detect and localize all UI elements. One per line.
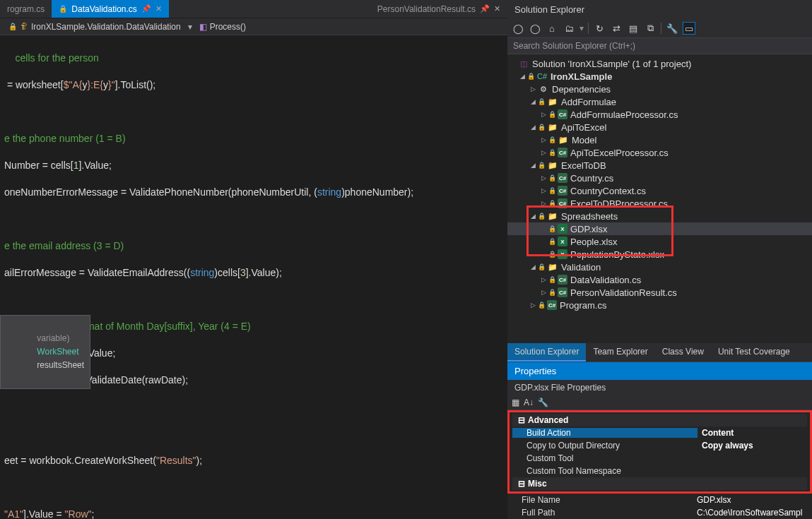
solution-explorer-search[interactable]: Search Solution Explorer (Ctrl+;) (507, 38, 812, 54)
tab-unit-test-coverage[interactable]: Unit Test Coverage (711, 343, 797, 362)
properties-title: Properties (507, 362, 812, 380)
chevron-right-icon[interactable]: ▷ (539, 174, 548, 181)
tree-folder-validation[interactable]: ◢🔒📁Validation (507, 261, 812, 273)
collapse-icon[interactable]: ⇄ (610, 22, 623, 35)
tab-class-view[interactable]: Class View (655, 343, 711, 362)
tab-program-cs[interactable]: rogram.cs (0, 0, 52, 18)
pin-icon[interactable]: 📌 (480, 4, 490, 13)
folder-icon: 📁 (547, 261, 558, 273)
chevron-right-icon[interactable]: ▷ (539, 276, 548, 283)
tree-folder-exceltodb[interactable]: ◢🔒📁ExcelToDB (507, 159, 812, 172)
prop-category-advanced[interactable]: ⊟Advanced (512, 414, 807, 426)
wrench-icon[interactable]: 🔧 (538, 398, 548, 407)
tree-folder-addformulae[interactable]: ◢🔒📁AddFormulae (507, 95, 812, 108)
prop-custom-tool[interactable]: Custom Tool (512, 452, 807, 465)
breadcrumb-bar: 🔒 🕏 IronXLSample.Validation.DataValidati… (0, 18, 507, 35)
tree-dependencies[interactable]: ▷⚙Dependencies (507, 83, 812, 95)
forward-icon[interactable]: ◯ (529, 22, 541, 35)
code-editor[interactable]: cells for the person = worksheet[$"A{y}:… (0, 35, 507, 519)
folder-icon: 📁 (547, 96, 558, 107)
tree-folder-apitoexcel[interactable]: ◢🔒📁ApiToExcel (507, 121, 812, 133)
chevron-down-icon[interactable]: ◢ (529, 98, 538, 105)
tree-file[interactable]: ▷🔒C#DataValidation.cs (507, 273, 812, 286)
tree-folder-spreadsheets[interactable]: ◢🔒📁Spreadsheets (507, 210, 812, 222)
chevron-right-icon[interactable]: ▷ (539, 136, 548, 143)
collapse-icon[interactable]: ⊟ (518, 415, 525, 425)
back-icon[interactable]: ◯ (512, 22, 524, 35)
lock-icon: 🔒 (8, 23, 17, 30)
highlight-box-properties: ⊟Advanced Build ActionContent Copy to Ou… (507, 410, 812, 494)
chevron-right-icon[interactable]: ▷ (539, 111, 548, 118)
chevron-right-icon[interactable]: ▷ (539, 149, 548, 156)
close-icon[interactable]: ✕ (155, 4, 162, 13)
xlsx-icon (558, 249, 567, 259)
properties-grid: ⊟Advanced Build ActionContent Copy to Ou… (507, 410, 812, 519)
solution-icon: ◫ (518, 58, 529, 69)
tree-file-population[interactable]: 🔒PopulationByState.xlsx (507, 248, 812, 261)
intellisense-tooltip: variable) WorkSheet resultsSheet (0, 315, 90, 389)
sync-icon[interactable]: 🗂 (563, 22, 575, 35)
copy-icon[interactable]: ⧉ (644, 22, 657, 35)
folder-icon: 📁 (547, 160, 558, 171)
chevron-down-icon[interactable]: ◢ (518, 73, 527, 80)
chevron-down-icon[interactable]: ◢ (529, 162, 538, 169)
xlsx-icon (558, 237, 567, 246)
tab-team-explorer[interactable]: Team Explorer (586, 343, 654, 362)
solution-explorer-title: Solution Explorer (507, 0, 812, 19)
csproj-icon: C# (536, 71, 548, 82)
cs-icon: C# (558, 287, 567, 297)
tab-datavalidation-cs[interactable]: 🔒 DataValidation.cs 📌 ✕ (52, 0, 169, 18)
tree-solution[interactable]: ◫Solution 'IronXLSample' (1 of 1 project… (507, 57, 812, 70)
prop-custom-tool-ns[interactable]: Custom Tool Namespace (512, 465, 807, 477)
tree-file[interactable]: ▷🔒C#Country.cs (507, 172, 812, 184)
chevron-down-icon[interactable]: ◢ (529, 124, 538, 131)
preview-icon[interactable]: ▭ (683, 22, 695, 35)
prop-full-path[interactable]: Full PathC:\Code\IronSoftwareSampl (507, 506, 812, 519)
prop-build-action[interactable]: Build ActionContent (512, 426, 807, 439)
prop-copy-output[interactable]: Copy to Output DirectoryCopy always (512, 439, 807, 452)
tree-file-gdp[interactable]: 🔒GDP.xlsx (507, 222, 812, 235)
lock-icon: 🔒 (527, 73, 535, 80)
categorized-icon[interactable]: ▦ (512, 398, 519, 407)
solution-explorer-toolbar: ◯ ◯ ⌂ 🗂 ▾ ↻ ⇄ ▤ ⧉ 🔧 ▭ (507, 19, 812, 38)
solution-tree[interactable]: ◫Solution 'IronXLSample' (1 of 1 project… (507, 54, 812, 343)
chevron-right-icon[interactable]: ▷ (539, 187, 548, 194)
tree-folder-model[interactable]: ▷🔒📁Model (507, 133, 812, 146)
tab-solution-explorer[interactable]: Solution Explorer (507, 343, 586, 362)
chevron-right-icon[interactable]: ▷ (529, 302, 538, 309)
tree-project[interactable]: ◢🔒C#IronXLSample (507, 70, 812, 83)
breadcrumb-namespace[interactable]: 🔒 🕏 IronXLSample.Validation.DataValidati… (4, 20, 185, 33)
collapse-icon[interactable]: ⊟ (518, 479, 525, 489)
cs-icon: C# (558, 186, 567, 196)
prop-file-name[interactable]: File NameGDP.xlsx (507, 494, 812, 506)
alpha-icon[interactable]: A↓ (524, 398, 534, 407)
show-all-icon[interactable]: ▤ (627, 22, 640, 35)
xlsx-icon (558, 224, 567, 234)
chevron-down-icon[interactable]: ◢ (529, 213, 538, 220)
prop-category-misc[interactable]: ⊟Misc (512, 477, 807, 490)
tree-file[interactable]: ▷🔒C#Program.cs (507, 299, 812, 311)
close-icon[interactable]: ✕ (494, 4, 500, 13)
properties-toolbar: ▦ A↓ 🔧 (507, 395, 812, 410)
home-icon[interactable]: ⌂ (546, 22, 558, 35)
folder-icon: 📁 (547, 121, 558, 133)
tree-file[interactable]: ▷🔒C#ApiToExcelProcessor.cs (507, 146, 812, 159)
tree-file[interactable]: ▷🔒C#PersonValidationResult.cs (507, 286, 812, 299)
properties-icon[interactable]: 🔧 (666, 22, 678, 35)
tree-file[interactable]: ▷🔒C#CountryContext.cs (507, 184, 812, 197)
chevron-right-icon[interactable]: ▷ (529, 85, 538, 93)
tree-file[interactable]: ▷🔒C#AddFormulaeProcessor.cs (507, 108, 812, 121)
tab-personvalidationresult-cs[interactable]: PersonValidationResult.cs 📌 ✕ (370, 0, 507, 18)
folder-icon: 📁 (558, 134, 569, 145)
chevron-right-icon[interactable]: ▷ (539, 289, 548, 296)
tree-file-people[interactable]: 🔒People.xlsx (507, 235, 812, 248)
pin-icon[interactable]: 📌 (141, 4, 151, 13)
chevron-right-icon[interactable]: ▷ (539, 200, 548, 207)
breadcrumb-method[interactable]: ◧ Process() (195, 20, 250, 33)
chevron-down-icon[interactable]: ◢ (529, 263, 538, 270)
refresh-icon[interactable]: ↻ (593, 22, 606, 35)
tree-file[interactable]: ▷🔒C#ExcelToDBProcessor.cs (507, 197, 812, 210)
dependencies-icon: ⚙ (538, 83, 549, 95)
lock-icon: 🔒 (59, 5, 67, 13)
panel-tabs: Solution Explorer Team Explorer Class Vi… (507, 343, 812, 362)
